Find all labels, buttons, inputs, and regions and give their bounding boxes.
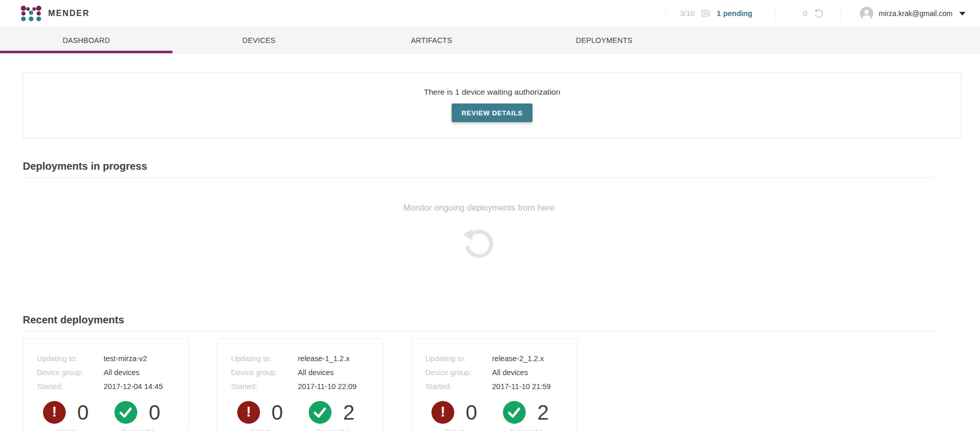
- developer-board-icon: [701, 9, 711, 19]
- section-divider: [23, 331, 935, 332]
- section-title-recent: Recent deployments: [23, 264, 935, 326]
- failed-count: 0: [271, 402, 283, 423]
- deployment-card[interactable]: Updating to: release-2_1.2.x Device grou…: [411, 338, 578, 431]
- successful-count: 2: [343, 402, 354, 423]
- tab-dashboard[interactable]: DASHBOARD: [0, 27, 172, 53]
- account-menu[interactable]: mirza.krak@gmail.com: [860, 7, 965, 20]
- device-group-label: Device group:: [425, 366, 492, 380]
- device-group-value: All devices: [104, 366, 139, 380]
- deployment-stats: ! 0 Failed 0 Successful: [37, 401, 189, 431]
- tab-list: DASHBOARD DEVICES ARTIFACTS DEPLOYMENTS: [0, 27, 690, 53]
- tab-artifacts[interactable]: ARTIFACTS: [345, 27, 518, 53]
- header-divider: [840, 6, 841, 21]
- device-group-value: All devices: [298, 366, 334, 380]
- started-value: 2017-11-10 21:59: [492, 380, 551, 394]
- updating-to-label: Updating to:: [231, 352, 298, 366]
- exclamation-circle-icon: !: [431, 401, 454, 424]
- caret-down-icon[interactable]: [959, 12, 965, 16]
- successful-label: Successful: [315, 428, 348, 431]
- main-nav: DASHBOARD DEVICES ARTIFACTS DEPLOYMENTS: [0, 27, 980, 53]
- successful-label: Successful: [121, 428, 154, 431]
- failed-label: Failed: [56, 428, 75, 431]
- tab-devices[interactable]: DEVICES: [172, 27, 345, 53]
- check-circle-icon: [503, 401, 526, 424]
- successful-stat: 2 Successful: [503, 401, 549, 431]
- user-email: mirza.krak@gmail.com: [878, 9, 953, 18]
- device-group-value: All devices: [492, 366, 528, 380]
- exclamation-circle-icon: !: [43, 401, 66, 424]
- brand-logo[interactable]: MENDER: [21, 5, 90, 22]
- failed-label: Failed: [251, 428, 269, 431]
- updating-to-value: release-1_1.2.x: [298, 352, 350, 366]
- device-limit-count[interactable]: 3/10: [680, 9, 695, 18]
- header-divider: [665, 6, 666, 21]
- deployments-in-progress-count[interactable]: 0: [803, 9, 807, 18]
- successful-label: Successful: [510, 428, 542, 431]
- pending-authorization-banner: There is 1 device waiting authorization …: [23, 72, 961, 138]
- refresh-icon: [23, 224, 935, 264]
- deployment-info-row: Started: 2017-11-10 21:59: [425, 380, 577, 394]
- review-details-button[interactable]: REVIEW DETAILS: [452, 103, 532, 122]
- header-actions: 3/10 1 pending 0: [665, 6, 980, 21]
- deployment-card[interactable]: Updating to: release-1_1.2.x Device grou…: [217, 338, 383, 431]
- successful-count: 2: [537, 402, 549, 423]
- check-circle-icon: [114, 401, 137, 424]
- deployment-info-row: Updating to: release-1_1.2.x: [231, 352, 383, 366]
- deployments-in-progress-section: Deployments in progress Monitor ongoing …: [23, 138, 935, 264]
- mender-app: MENDER 3/10 1 pending 0: [0, 0, 980, 431]
- failed-stat: ! 0 Failed: [237, 401, 283, 431]
- deployment-info-row: Updating to: test-mirza-v2: [37, 352, 189, 366]
- deployment-stats: ! 0 Failed 2 Successful: [231, 401, 383, 431]
- updating-to-label: Updating to:: [425, 352, 492, 366]
- failed-label: Failed: [445, 428, 463, 431]
- brand-name: MENDER: [48, 9, 90, 18]
- tab-deployments[interactable]: DEPLOYMENTS: [518, 27, 690, 53]
- section-divider: [23, 177, 935, 178]
- recent-deployments-list: Updating to: test-mirza-v2 Device group:…: [23, 338, 935, 431]
- deployment-card[interactable]: Updating to: test-mirza-v2 Device group:…: [23, 338, 189, 431]
- device-group-label: Device group:: [231, 366, 298, 380]
- mender-logo-icon: [21, 5, 41, 22]
- successful-count: 0: [149, 402, 160, 423]
- failed-stat: ! 0 Failed: [431, 401, 477, 431]
- deployment-info-row: Started: 2017-11-10 22:09: [231, 380, 383, 394]
- started-value: 2017-12-04 14:45: [104, 380, 163, 394]
- deployment-info-row: Device group: All devices: [425, 366, 577, 380]
- started-label: Started:: [37, 380, 104, 394]
- empty-state-message: Monitor ongoing deployments from here: [23, 203, 935, 213]
- section-title-in-progress: Deployments in progress: [23, 138, 935, 172]
- failed-count: 0: [466, 402, 477, 423]
- app-header: MENDER 3/10 1 pending 0: [0, 0, 980, 27]
- successful-stat: 0 Successful: [114, 401, 160, 431]
- in-progress-empty-state: Monitor ongoing deployments from here: [23, 203, 935, 264]
- history-icon[interactable]: [813, 8, 825, 19]
- failed-stat: ! 0 Failed: [43, 401, 89, 431]
- deployment-info-row: Updating to: release-2_1.2.x: [425, 352, 577, 366]
- deployment-info-row: Started: 2017-12-04 14:45: [37, 380, 189, 394]
- header-divider: [775, 6, 776, 21]
- pending-authorization-message: There is 1 device waiting authorization: [23, 87, 961, 97]
- updating-to-value: release-2_1.2.x: [492, 352, 544, 366]
- deployment-info-row: Device group: All devices: [231, 366, 383, 380]
- successful-stat: 2 Successful: [309, 401, 354, 431]
- started-label: Started:: [231, 380, 298, 394]
- deployment-info-row: Device group: All devices: [37, 366, 189, 380]
- failed-count: 0: [77, 402, 89, 423]
- updating-to-label: Updating to:: [37, 352, 104, 366]
- started-value: 2017-11-10 22:09: [298, 380, 356, 394]
- pending-devices-link[interactable]: 1 pending: [717, 9, 752, 18]
- exclamation-circle-icon: !: [237, 401, 260, 424]
- check-circle-icon: [309, 401, 332, 424]
- deployment-stats: ! 0 Failed 2 Successful: [425, 401, 577, 431]
- started-label: Started:: [425, 380, 492, 394]
- avatar-icon: [860, 7, 873, 20]
- updating-to-value: test-mirza-v2: [104, 352, 147, 366]
- recent-deployments-section: Recent deployments Updating to: test-mir…: [23, 264, 935, 431]
- device-group-label: Device group:: [37, 366, 104, 380]
